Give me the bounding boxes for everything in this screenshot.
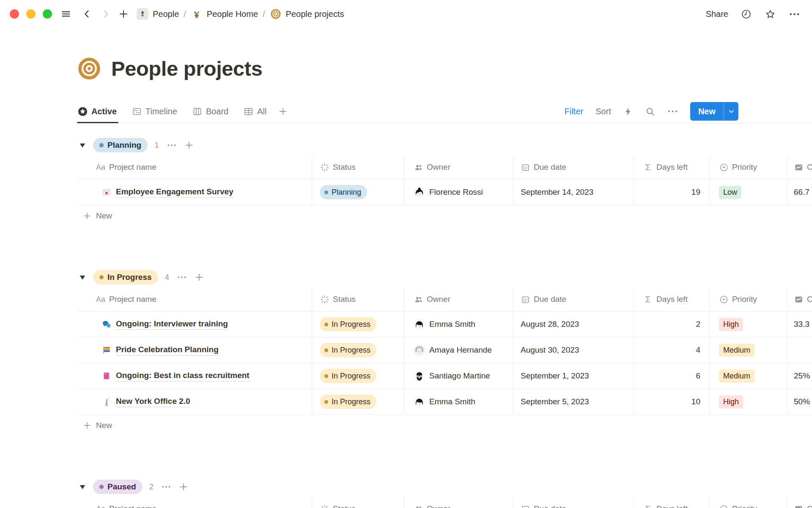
cell-project-name[interactable]: New York Office 2.0 (78, 389, 312, 414)
favorite-star-icon[interactable] (764, 8, 776, 20)
column-header-project-name[interactable]: AaProject name (78, 155, 312, 179)
group-name-pill[interactable]: Planning (93, 138, 148, 152)
group-add-icon[interactable] (179, 482, 188, 491)
love-letter-icon (102, 188, 111, 197)
column-header-priority[interactable]: Priority (710, 155, 787, 179)
view-options-icon[interactable] (667, 109, 678, 113)
tab-timeline[interactable]: Timeline (132, 100, 177, 123)
column-header-project-name[interactable]: AaProject name (78, 497, 312, 508)
cell-due-date[interactable]: August 30, 2023 (513, 337, 633, 363)
tab-all[interactable]: All (244, 100, 266, 123)
more-options-icon[interactable] (788, 8, 801, 20)
cell-owner[interactable]: Amaya Hernande (404, 337, 513, 363)
group-options-icon[interactable] (162, 482, 171, 491)
cell-owner[interactable]: Emma Smith (404, 389, 513, 414)
group-options-icon[interactable] (177, 273, 187, 282)
cell-days-left[interactable]: 19 (633, 179, 710, 205)
column-header-priority[interactable]: Priority (710, 287, 787, 311)
cell-owner[interactable]: Santiago Martine (404, 363, 513, 389)
collapse-triangle-icon[interactable] (80, 143, 86, 148)
column-header-owner[interactable]: Owner (404, 287, 513, 311)
cell-due-date[interactable]: September 1, 2023 (513, 363, 633, 389)
cell-priority[interactable]: Medium (710, 363, 787, 389)
column-header-days-left[interactable]: ΣDays left (633, 497, 710, 508)
search-icon[interactable] (645, 107, 655, 116)
cell-days-left[interactable]: 4 (633, 337, 710, 363)
automation-bolt-icon[interactable] (623, 107, 633, 116)
page-title[interactable]: People projects (111, 57, 262, 80)
updates-clock-icon[interactable] (740, 8, 752, 20)
cell-days-left[interactable]: 2 (633, 312, 710, 337)
group-add-icon[interactable] (184, 141, 194, 150)
cell-status[interactable]: In Progress (312, 337, 404, 363)
column-header-status[interactable]: Status (312, 287, 404, 311)
cell-priority[interactable]: High (710, 389, 787, 414)
cell-completion[interactable] (787, 337, 812, 363)
new-tab-icon[interactable] (117, 8, 130, 20)
add-view-icon[interactable] (278, 107, 288, 116)
zoom-window-button[interactable] (43, 9, 52, 19)
status-tag: In Progress (320, 317, 376, 331)
column-header-days-left[interactable]: ΣDays left (633, 287, 710, 311)
back-icon[interactable] (81, 8, 93, 20)
collapse-triangle-icon[interactable] (80, 484, 86, 490)
cell-priority[interactable]: Medium (710, 337, 787, 363)
cell-completion[interactable]: 66.7 (787, 179, 812, 205)
cell-completion[interactable]: 25% (787, 363, 812, 389)
group-name-pill[interactable]: In Progress (93, 270, 158, 284)
cell-project-name[interactable]: Ongoing: Interviewer training (78, 312, 312, 337)
filter-button[interactable]: Filter (565, 107, 583, 116)
column-header-owner[interactable]: Owner (404, 497, 513, 508)
breadcrumb-item-people-projects[interactable]: People projects (270, 8, 344, 20)
column-header-due-date[interactable]: Due date (513, 497, 633, 508)
sort-button[interactable]: Sort (595, 107, 611, 116)
breadcrumb-item-people[interactable]: People (137, 8, 179, 20)
column-header-c[interactable]: C (787, 287, 812, 311)
column-header-due-date[interactable]: Due date (513, 287, 633, 311)
page-bullseye-icon[interactable] (78, 57, 101, 80)
group-add-icon[interactable] (195, 273, 204, 282)
cell-project-name[interactable]: Pride Celebration Planning (78, 337, 312, 363)
column-header-status[interactable]: Status (312, 497, 404, 508)
forward-icon[interactable] (99, 8, 112, 20)
column-header-c[interactable]: C (787, 155, 812, 179)
new-row-button[interactable]: New (78, 415, 812, 436)
column-header-status[interactable]: Status (312, 155, 404, 179)
breadcrumb-item-people-home[interactable]: People Home (191, 8, 258, 20)
column-header-owner[interactable]: Owner (404, 155, 513, 179)
cell-status[interactable]: In Progress (312, 312, 404, 337)
collapse-triangle-icon[interactable] (80, 275, 86, 280)
tab-board[interactable]: Board (192, 100, 228, 123)
group-options-icon[interactable] (167, 141, 176, 150)
new-button[interactable]: New (690, 102, 724, 121)
cell-days-left[interactable]: 6 (633, 363, 710, 389)
cell-project-name[interactable]: A+Ongoing: Best in class recruitment (78, 363, 312, 389)
close-window-button[interactable] (10, 9, 19, 19)
cell-completion[interactable]: 50% (787, 389, 812, 414)
cell-due-date[interactable]: August 28, 2023 (513, 312, 633, 337)
cell-owner[interactable]: Florence Rossi (404, 179, 513, 205)
column-header-days-left[interactable]: ΣDays left (633, 155, 710, 179)
new-button-chevron-down-icon[interactable] (724, 102, 738, 121)
column-header-c[interactable]: C (787, 497, 812, 508)
cell-project-name[interactable]: Employee Engagement Survey (78, 179, 312, 205)
cell-priority[interactable]: Low (710, 179, 787, 205)
sidebar-menu-icon[interactable] (60, 8, 72, 20)
column-header-priority[interactable]: Priority (710, 497, 787, 508)
cell-completion[interactable]: 33.3 (787, 312, 812, 337)
tab-active[interactable]: Active (78, 100, 117, 123)
cell-days-left[interactable]: 10 (633, 389, 710, 414)
new-row-button[interactable]: New (78, 205, 812, 226)
cell-due-date[interactable]: September 14, 2023 (513, 179, 633, 205)
cell-status[interactable]: In Progress (312, 363, 404, 389)
cell-due-date[interactable]: September 5, 2023 (513, 389, 633, 414)
cell-status[interactable]: Planning (312, 179, 404, 205)
cell-status[interactable]: In Progress (312, 389, 404, 414)
minimize-window-button[interactable] (26, 9, 36, 19)
column-header-due-date[interactable]: Due date (513, 155, 633, 179)
column-header-project-name[interactable]: AaProject name (78, 287, 312, 311)
share-button[interactable]: Share (706, 9, 728, 19)
group-name-pill[interactable]: Paused (93, 480, 143, 494)
cell-owner[interactable]: Emma Smith (404, 312, 513, 337)
cell-priority[interactable]: High (710, 312, 787, 337)
